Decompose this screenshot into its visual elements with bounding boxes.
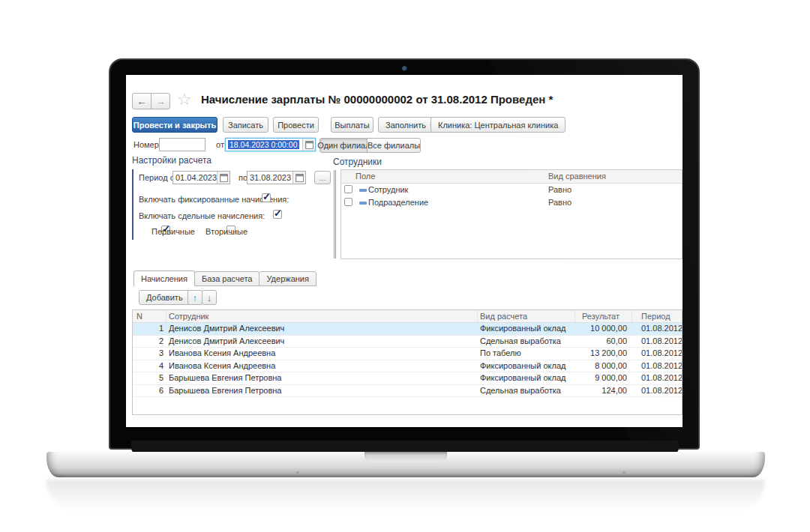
base-dot xyxy=(622,471,626,474)
cell-employee: Иванова Ксения Андреевна xyxy=(166,348,478,360)
filter-row-checkbox[interactable] xyxy=(344,185,352,193)
calendar-picker-button[interactable] xyxy=(302,139,315,151)
tab-bar: Начисления База расчета Удержания xyxy=(134,270,316,286)
col-employee-header: Сотрудник xyxy=(166,310,478,322)
col-field-header: Поле xyxy=(356,172,375,181)
calendar-icon xyxy=(220,174,228,182)
cell-period: 01.08.2012 xyxy=(632,385,682,397)
cell-result: 124,00 xyxy=(575,385,632,397)
date-input[interactable]: 18.04.2023 0:00:00 xyxy=(225,138,316,151)
filter-row-employee[interactable]: Сотрудник Равно xyxy=(341,184,682,196)
cell-period: 01.08.2012 xyxy=(632,360,682,372)
panel-splitter[interactable] xyxy=(334,170,336,259)
laptop-reflection xyxy=(46,480,765,511)
calendar-icon xyxy=(305,141,314,149)
col-period-header: Период xyxy=(632,310,682,322)
page: ← → ☆ Начисление зарплаты № 00000000002 … xyxy=(0,0,810,532)
arrow-down-icon: ↓ xyxy=(207,292,212,303)
cell-period: 01.08.2012 xyxy=(632,348,682,360)
back-button[interactable]: ← xyxy=(132,93,152,109)
add-button[interactable]: Добавить xyxy=(139,290,190,305)
primary-label: Первичные xyxy=(152,227,195,236)
cell-employee: Иванова Ксения Андреевна xyxy=(166,360,478,372)
all-branches-toggle[interactable]: Все филиалы xyxy=(367,138,421,153)
cell-employee: Барышева Евгения Петровна xyxy=(166,372,478,384)
write-button[interactable]: Записать xyxy=(223,117,268,133)
table-row[interactable]: 2 Денисов Дмитрий Алексеевич Сдельная вы… xyxy=(133,336,682,348)
table-row[interactable]: 3 Иванова Ксения Андреевна По табелю 13 … xyxy=(133,348,682,360)
period-more-button[interactable]: ... xyxy=(314,171,331,184)
filter-field-name: Подразделение xyxy=(368,198,428,207)
calendar-icon xyxy=(296,174,304,182)
include-piecework-label: Включать сдельные начисления: xyxy=(139,211,265,220)
cell-n: 1 xyxy=(133,323,166,335)
col-comparison-header: Вид сравнения xyxy=(548,172,606,181)
equals-icon xyxy=(359,189,367,192)
cell-n: 4 xyxy=(133,360,166,372)
period-from-input[interactable]: 01.04.2023 xyxy=(172,171,230,184)
employees-section-title: Сотрудники xyxy=(333,157,382,167)
move-down-button[interactable]: ↓ xyxy=(202,290,217,305)
move-buttons: ↑ ↓ xyxy=(188,290,217,305)
cell-result: 13 200,00 xyxy=(575,348,632,360)
move-up-button[interactable]: ↑ xyxy=(188,290,202,305)
tab-calc-base[interactable]: База расчета xyxy=(194,271,260,286)
table-row[interactable]: 5 Барышева Евгения Петровна Фиксированны… xyxy=(133,372,682,385)
date-value: 18.04.2023 0:00:00 xyxy=(228,140,299,149)
cell-result: 8 000,00 xyxy=(575,360,632,372)
table-row[interactable]: 4 Иванова Ксения Андреевна Фиксированный… xyxy=(133,360,682,373)
col-result-header: Результат xyxy=(575,310,632,322)
laptop-notch xyxy=(364,452,447,462)
cell-result: 60,00 xyxy=(575,336,632,348)
nav-buttons: ← → xyxy=(132,93,170,109)
one-branch-toggle[interactable]: Один филиал xyxy=(320,138,368,153)
forward-arrow-icon: → xyxy=(156,96,166,107)
col-n-header: N xyxy=(133,310,166,322)
post-and-close-button[interactable]: Провести и закрыть xyxy=(132,117,218,133)
include-piecework-checkbox[interactable] xyxy=(273,210,282,219)
clinic-button[interactable]: Клиника: Центральная клиника xyxy=(430,117,566,133)
table-row[interactable]: 6 Барышева Евгения Петровна Сдельная выр… xyxy=(133,385,682,398)
filter-comparison: Равно xyxy=(548,185,572,194)
back-arrow-icon: ← xyxy=(137,96,147,107)
period-from-calendar-button[interactable] xyxy=(217,172,230,184)
cell-period: 01.08.2012 xyxy=(632,372,682,384)
period-from-value: 01.04.2023 xyxy=(173,173,217,182)
laptop-base xyxy=(46,452,765,477)
cell-n: 6 xyxy=(133,385,166,397)
post-button[interactable]: Провести xyxy=(273,117,319,133)
cell-period: 01.08.2012 xyxy=(632,323,682,335)
cell-calc-type: Фиксированный оклад xyxy=(478,360,575,372)
arrow-up-icon: ↑ xyxy=(193,292,198,303)
number-label: Номер: xyxy=(134,140,161,149)
settings-group-line xyxy=(132,169,134,240)
include-fixed-checkbox[interactable] xyxy=(262,193,271,202)
cell-n: 3 xyxy=(133,348,166,360)
webcam-icon xyxy=(402,66,407,71)
laptop-screen: ← → ☆ Начисление зарплаты № 00000000002 … xyxy=(109,58,700,450)
tab-deductions[interactable]: Удержания xyxy=(259,271,316,286)
filter-table-header: Поле Вид сравнения xyxy=(341,170,682,184)
table-row[interactable]: 1 Денисов Дмитрий Алексеевич Фиксированн… xyxy=(133,323,682,336)
cell-n: 2 xyxy=(133,336,166,348)
equals-icon xyxy=(359,202,367,205)
payments-button[interactable]: Выплаты xyxy=(331,117,374,133)
filter-row-checkbox[interactable] xyxy=(344,198,352,206)
cell-calc-type: Сдельная выработка xyxy=(478,385,575,397)
accruals-table: N Сотрудник Вид расчета Результат Период… xyxy=(132,309,682,415)
tab-accruals[interactable]: Начисления xyxy=(134,270,195,286)
cell-employee: Барышева Евгения Петровна xyxy=(166,385,478,397)
filter-comparison: Равно xyxy=(548,198,572,207)
period-label: Период с: xyxy=(139,173,176,182)
filter-row-department[interactable]: Подразделение Равно xyxy=(341,196,682,209)
favorite-star-icon[interactable]: ☆ xyxy=(177,91,192,108)
period-to-calendar-button[interactable] xyxy=(292,172,305,184)
cell-result: 9 000,00 xyxy=(575,372,632,384)
cell-calc-type: Фиксированный оклад xyxy=(478,323,575,335)
forward-button[interactable]: → xyxy=(151,93,170,109)
number-input[interactable] xyxy=(159,138,206,151)
secondary-label: Вторичные xyxy=(206,227,248,236)
cell-calc-type: Фиксированный оклад xyxy=(478,372,575,384)
period-to-input[interactable]: 31.08.2023 xyxy=(247,171,306,184)
cell-result: 10 000,00 xyxy=(575,323,632,335)
